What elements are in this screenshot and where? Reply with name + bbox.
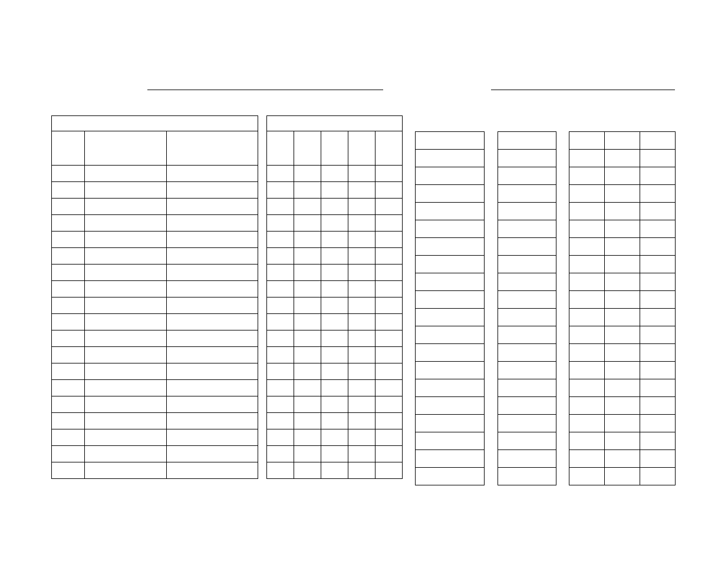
- t2-cell[interactable]: [267, 429, 294, 446]
- t2-cell[interactable]: [294, 281, 321, 297]
- t5-cell[interactable]: [569, 150, 605, 167]
- t2-cell[interactable]: [267, 314, 294, 330]
- t2-cell[interactable]: [375, 347, 403, 363]
- t1-cell[interactable]: [52, 363, 85, 380]
- t2-cell[interactable]: [375, 446, 403, 462]
- t5-cell[interactable]: [640, 132, 676, 150]
- t2-cell[interactable]: [294, 166, 321, 182]
- t2-cell[interactable]: [375, 330, 403, 347]
- t2-cell[interactable]: [348, 265, 375, 281]
- t1-cell[interactable]: [167, 429, 258, 446]
- t2-cell[interactable]: [321, 232, 348, 248]
- t1-cell[interactable]: [167, 182, 258, 199]
- t1-cell[interactable]: [85, 166, 167, 182]
- t5-cell[interactable]: [569, 397, 605, 415]
- t4-cell[interactable]: [498, 167, 556, 185]
- t1-cell[interactable]: [167, 199, 258, 215]
- t1-cell[interactable]: [52, 429, 85, 446]
- t5-cell[interactable]: [569, 415, 605, 432]
- t5-cell[interactable]: [605, 238, 640, 256]
- t5-cell[interactable]: [569, 309, 605, 326]
- t5-cell[interactable]: [569, 167, 605, 185]
- t5-cell[interactable]: [605, 468, 640, 485]
- t1-cell[interactable]: [52, 182, 85, 199]
- t2-cell[interactable]: [321, 248, 348, 265]
- t4-cell[interactable]: [498, 309, 556, 326]
- t1-cell[interactable]: [52, 297, 85, 314]
- t2-cell[interactable]: [375, 429, 403, 446]
- t5-cell[interactable]: [605, 220, 640, 238]
- t1-cell[interactable]: [167, 413, 258, 429]
- t3-cell[interactable]: [416, 167, 485, 185]
- t1-cell[interactable]: [52, 380, 85, 396]
- t2-cell[interactable]: [321, 314, 348, 330]
- t2-cell[interactable]: [348, 232, 375, 248]
- t2-cell[interactable]: [294, 182, 321, 199]
- t5-cell[interactable]: [640, 309, 676, 326]
- t2-cell[interactable]: [294, 330, 321, 347]
- t1-cell[interactable]: [52, 281, 85, 297]
- t5-cell[interactable]: [605, 167, 640, 185]
- t1-cell[interactable]: [167, 248, 258, 265]
- t4-cell[interactable]: [498, 415, 556, 432]
- t5-cell[interactable]: [640, 326, 676, 344]
- t2-cell[interactable]: [294, 232, 321, 248]
- t1-cell[interactable]: [85, 446, 167, 462]
- t1-cell[interactable]: [52, 166, 85, 182]
- t5-cell[interactable]: [605, 362, 640, 379]
- t4-cell[interactable]: [498, 132, 556, 150]
- t4-cell[interactable]: [498, 291, 556, 309]
- t2-cell[interactable]: [267, 462, 294, 479]
- t2-cell[interactable]: [294, 347, 321, 363]
- t5-cell[interactable]: [569, 291, 605, 309]
- t3-cell[interactable]: [416, 291, 485, 309]
- t1-cell[interactable]: [85, 281, 167, 297]
- t2-cell[interactable]: [348, 199, 375, 215]
- t5-cell[interactable]: [569, 273, 605, 291]
- t2-cell[interactable]: [375, 396, 403, 413]
- t5-cell[interactable]: [640, 362, 676, 379]
- t2-cell[interactable]: [294, 363, 321, 380]
- t1-cell[interactable]: [85, 429, 167, 446]
- t1-cell[interactable]: [167, 314, 258, 330]
- t3-cell[interactable]: [416, 344, 485, 362]
- t1-cell[interactable]: [52, 232, 85, 248]
- t4-cell[interactable]: [498, 379, 556, 397]
- t2-cell[interactable]: [267, 413, 294, 429]
- t1-cell[interactable]: [85, 380, 167, 396]
- t5-cell[interactable]: [640, 238, 676, 256]
- t2-cell[interactable]: [267, 265, 294, 281]
- t3-cell[interactable]: [416, 432, 485, 450]
- t5-cell[interactable]: [640, 203, 676, 220]
- t2-cell[interactable]: [267, 446, 294, 462]
- t5-cell[interactable]: [605, 309, 640, 326]
- t2-cell[interactable]: [321, 380, 348, 396]
- t5-cell[interactable]: [640, 432, 676, 450]
- t5-cell[interactable]: [640, 220, 676, 238]
- t1-cell[interactable]: [52, 199, 85, 215]
- t2-cell[interactable]: [267, 281, 294, 297]
- t2-cell[interactable]: [321, 166, 348, 182]
- t2-cell[interactable]: [348, 330, 375, 347]
- t1-cell[interactable]: [52, 462, 85, 479]
- t2-cell[interactable]: [294, 265, 321, 281]
- t5-cell[interactable]: [605, 185, 640, 203]
- t2-cell[interactable]: [294, 380, 321, 396]
- t1-cell[interactable]: [85, 330, 167, 347]
- t4-cell[interactable]: [498, 185, 556, 203]
- t3-cell[interactable]: [416, 379, 485, 397]
- t2-cell[interactable]: [348, 297, 375, 314]
- t4-cell[interactable]: [498, 326, 556, 344]
- t1-cell[interactable]: [167, 232, 258, 248]
- t5-cell[interactable]: [569, 185, 605, 203]
- t2-cell[interactable]: [294, 248, 321, 265]
- t5-cell[interactable]: [640, 185, 676, 203]
- t2-cell[interactable]: [267, 166, 294, 182]
- t2-cell[interactable]: [375, 232, 403, 248]
- t2-cell[interactable]: [321, 363, 348, 380]
- t1-cell[interactable]: [52, 330, 85, 347]
- t2-cell[interactable]: [375, 215, 403, 232]
- t4-cell[interactable]: [498, 362, 556, 379]
- t1-cell[interactable]: [52, 413, 85, 429]
- t2-cell[interactable]: [375, 182, 403, 199]
